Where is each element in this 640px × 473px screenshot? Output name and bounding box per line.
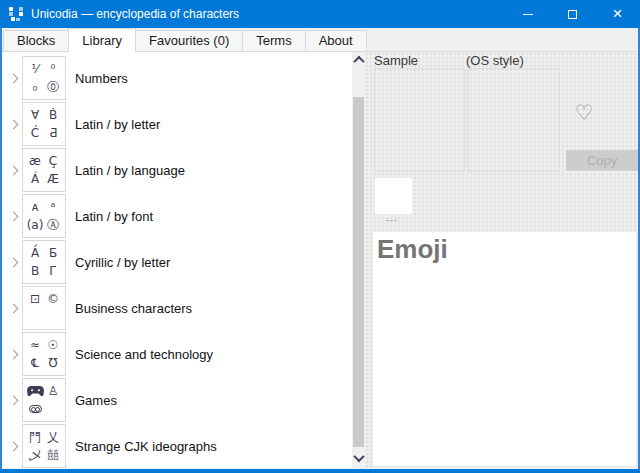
list-item-label: Games bbox=[75, 393, 117, 408]
list-item-label: Latin / by font bbox=[75, 209, 153, 224]
os-style-box bbox=[468, 68, 560, 172]
domino-icon bbox=[29, 405, 42, 413]
glyph: 門 bbox=[29, 431, 41, 443]
tab-terms[interactable]: Terms bbox=[242, 30, 305, 51]
list-item[interactable]: ∀ḂĆƋLatin / by letter bbox=[2, 101, 352, 147]
expand-chevron-icon[interactable] bbox=[6, 305, 20, 312]
glyph: Ƌ bbox=[49, 127, 57, 139]
tab-blocks[interactable]: Blocks bbox=[3, 30, 69, 51]
list-item[interactable]: æÇÁÆLatin / by language bbox=[2, 147, 352, 193]
glyph: ᴀ bbox=[31, 201, 38, 213]
minimize-button[interactable] bbox=[505, 0, 550, 28]
close-button[interactable]: × bbox=[595, 0, 640, 28]
expand-chevron-icon[interactable] bbox=[6, 167, 20, 174]
glyph: Ç bbox=[49, 155, 57, 167]
category-icon: ⊡© bbox=[22, 286, 66, 330]
maximize-button[interactable] bbox=[550, 0, 595, 28]
list-item-label: Latin / by language bbox=[75, 163, 185, 178]
category-icon: ⅟⁰₀⓪ bbox=[22, 56, 66, 100]
maximize-icon bbox=[568, 10, 577, 19]
gamepad-icon bbox=[27, 386, 44, 397]
scroll-up-button[interactable] bbox=[352, 53, 365, 66]
list-item[interactable]: ♙Games bbox=[2, 377, 352, 423]
glyph: ⓪ bbox=[47, 81, 59, 93]
list-scrollbar[interactable] bbox=[352, 52, 365, 468]
list-item-label: Latin / by letter bbox=[75, 117, 160, 132]
glyph: © bbox=[47, 293, 59, 305]
expand-chevron-icon[interactable] bbox=[6, 397, 20, 404]
tab-favourites[interactable]: Favourites (0) bbox=[135, 30, 243, 51]
glyph: ∀ bbox=[31, 109, 39, 121]
list-item[interactable]: ⊡©Business characters bbox=[2, 285, 352, 331]
minimize-icon bbox=[523, 14, 533, 15]
tab-about[interactable]: About bbox=[305, 30, 367, 51]
glyph: (a) bbox=[27, 219, 44, 231]
glyph: Г bbox=[49, 265, 56, 277]
glyph: Ć bbox=[31, 127, 39, 139]
expand-chevron-icon[interactable] bbox=[6, 75, 20, 82]
list-item[interactable]: ᴀᵃ(a)ⒶLatin / by font bbox=[2, 193, 352, 239]
library-list: ⅟⁰₀⓪Numbers∀ḂĆƋLatin / by letteræÇÁÆLati… bbox=[2, 52, 352, 468]
close-icon: × bbox=[613, 5, 623, 22]
glyph: 乄 bbox=[29, 449, 41, 461]
glyph: ♙ bbox=[48, 385, 59, 397]
code-placeholder: --- bbox=[386, 215, 398, 225]
detail-panel: Sample (OS style) ♡ Copy --- Emoji bbox=[365, 52, 638, 468]
category-icon: ᴀᵃ(a)Ⓐ bbox=[22, 194, 66, 238]
glyph: 乂 bbox=[47, 431, 59, 443]
scroll-down-button[interactable] bbox=[352, 451, 365, 464]
glyph: ⊡ bbox=[30, 293, 40, 305]
glyph: ≈ bbox=[30, 339, 40, 351]
glyph: ℧ bbox=[48, 357, 57, 369]
window-title: Unicodia — encyclopedia of characters bbox=[31, 7, 505, 21]
favourite-heart-icon[interactable]: ♡ bbox=[569, 98, 599, 128]
window-border bbox=[0, 469, 640, 473]
section-title: Emoji bbox=[377, 234, 636, 265]
sample-label: Sample bbox=[374, 53, 418, 68]
chevron-up-icon bbox=[353, 55, 364, 66]
glyph: В bbox=[31, 265, 39, 277]
list-item-label: Strange CJK ideographs bbox=[75, 439, 217, 454]
expand-chevron-icon[interactable] bbox=[6, 351, 20, 358]
tab-bar: Blocks Library Favourites (0) Terms Abou… bbox=[0, 28, 640, 52]
list-item-label: Business characters bbox=[75, 301, 192, 316]
category-icon: æÇÁÆ bbox=[22, 148, 66, 192]
glyph: Æ bbox=[47, 173, 59, 185]
category-icon: А́БВГ bbox=[22, 240, 66, 284]
glyph: Б bbox=[49, 247, 57, 259]
category-icon: 門乂乄囍 bbox=[22, 424, 66, 468]
expand-chevron-icon[interactable] bbox=[6, 121, 20, 128]
copy-button[interactable]: Copy bbox=[566, 150, 638, 171]
window-border bbox=[0, 28, 2, 469]
sample-box bbox=[374, 68, 465, 172]
chevron-down-icon bbox=[353, 450, 364, 461]
list-item-label: Cyrillic / by letter bbox=[75, 255, 170, 270]
list-item[interactable]: ≈☉℄℧Science and technology bbox=[2, 331, 352, 377]
glyph: ⁰ bbox=[51, 63, 56, 75]
list-item[interactable]: А́БВГCyrillic / by letter bbox=[2, 239, 352, 285]
app-icon bbox=[8, 6, 24, 22]
scrollbar-thumb[interactable] bbox=[353, 97, 364, 447]
expand-chevron-icon[interactable] bbox=[6, 443, 20, 450]
category-icon: ∀ḂĆƋ bbox=[22, 102, 66, 146]
expand-chevron-icon[interactable] bbox=[6, 259, 20, 266]
glyph: Ⓐ bbox=[47, 219, 59, 231]
list-item-label: Numbers bbox=[75, 71, 128, 86]
list-item[interactable]: ⅟⁰₀⓪Numbers bbox=[2, 55, 352, 101]
glyph: ₀ bbox=[33, 81, 38, 93]
glyph: А́ bbox=[31, 247, 39, 259]
category-icon: ♙ bbox=[22, 378, 66, 422]
selected-cell-swatch bbox=[375, 178, 412, 214]
os-style-label: (OS style) bbox=[466, 53, 524, 68]
glyph: Ḃ bbox=[49, 109, 57, 121]
title-bar: Unicodia — encyclopedia of characters × bbox=[0, 0, 640, 28]
list-item[interactable]: 門乂乄囍Strange CJK ideographs bbox=[2, 423, 352, 468]
glyph: ⅟ bbox=[32, 63, 39, 75]
expand-chevron-icon[interactable] bbox=[6, 213, 20, 220]
glyph: ᵃ bbox=[51, 201, 56, 213]
app-window: Unicodia — encyclopedia of characters × … bbox=[0, 0, 640, 473]
glyph: æ bbox=[29, 155, 41, 167]
list-item-label: Science and technology bbox=[75, 347, 213, 362]
tab-library[interactable]: Library bbox=[68, 28, 136, 52]
glyph: 囍 bbox=[47, 449, 59, 461]
